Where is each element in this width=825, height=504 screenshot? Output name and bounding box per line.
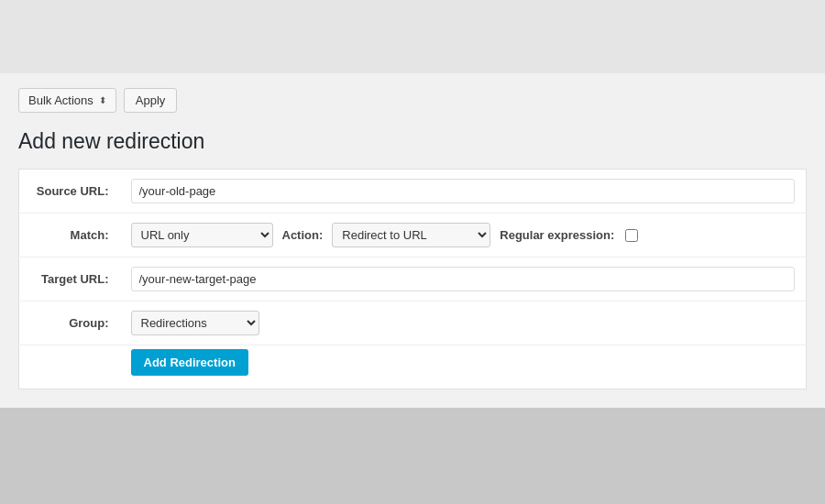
toolbar: Bulk Actions ⬍ Apply	[18, 88, 807, 113]
bottom-spacer	[0, 408, 825, 504]
add-button-label-empty	[19, 345, 120, 389]
add-redirection-button[interactable]: Add Redirection	[131, 349, 248, 376]
page-title: Add new redirection	[18, 129, 807, 154]
bulk-actions-label: Bulk Actions	[28, 93, 94, 107]
group-select[interactable]: Redirections Modified Posts	[131, 311, 259, 335]
source-url-cell	[120, 170, 807, 214]
group-cell: Redirections Modified Posts	[120, 301, 807, 345]
group-label: Group:	[19, 301, 120, 345]
main-content: Bulk Actions ⬍ Apply Add new redirection…	[0, 73, 825, 408]
target-url-cell	[120, 257, 807, 301]
regex-label: Regular expression:	[500, 228, 614, 242]
match-action-row: Match: URL only URL and referrer URL and…	[19, 214, 807, 257]
target-url-label: Target URL:	[19, 257, 120, 301]
redirection-form: Source URL: Match: URL only URL and refe…	[18, 169, 807, 389]
bulk-actions-arrow-icon: ⬍	[99, 95, 106, 105]
apply-button[interactable]: Apply	[124, 88, 178, 113]
source-url-row: Source URL:	[19, 170, 807, 214]
match-label: Match:	[19, 214, 120, 257]
group-row: Group: Redirections Modified Posts	[19, 301, 807, 345]
top-spacer	[0, 0, 825, 73]
inline-fields: URL only URL and referrer URL and user a…	[131, 223, 796, 247]
target-url-row: Target URL:	[19, 257, 807, 301]
regex-checkbox[interactable]	[625, 229, 638, 242]
source-url-input[interactable]	[131, 179, 796, 203]
add-button-row: Add Redirection	[19, 345, 807, 389]
bulk-actions-button[interactable]: Bulk Actions ⬍	[18, 88, 116, 113]
action-select[interactable]: Redirect to URL Redirect to random post …	[332, 223, 490, 247]
match-select[interactable]: URL only URL and referrer URL and user a…	[131, 223, 273, 247]
target-url-input[interactable]	[131, 267, 796, 291]
source-url-label: Source URL:	[19, 170, 120, 214]
add-button-cell: Add Redirection	[120, 345, 807, 389]
action-label: Action:	[282, 228, 324, 242]
match-action-cell: URL only URL and referrer URL and user a…	[120, 214, 807, 257]
